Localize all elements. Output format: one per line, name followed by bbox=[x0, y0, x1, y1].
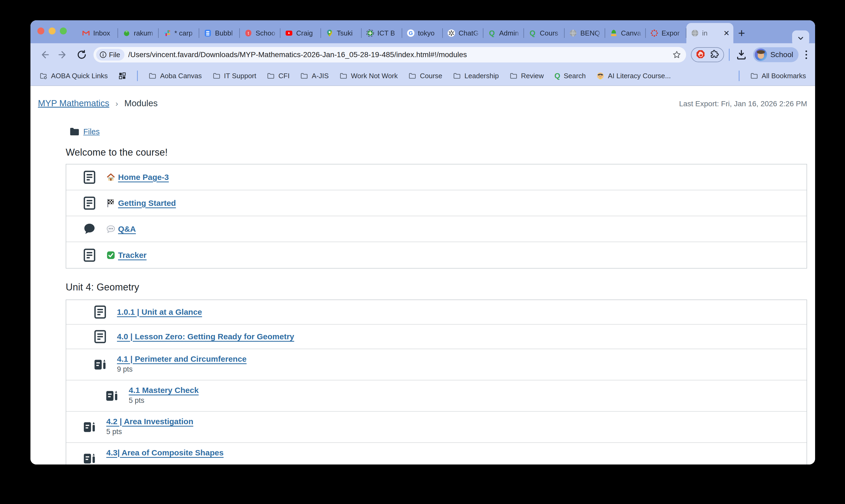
page-content: MYP Mathematics › Modules Last Export: F… bbox=[31, 86, 815, 465]
tab-bubble[interactable]: Bubbl bbox=[199, 23, 240, 43]
file-scheme-chip[interactable]: File bbox=[96, 49, 124, 60]
last-export-label: Last Export: Fri, Jan 16, 2026 2:26 PM bbox=[679, 100, 807, 108]
tab-carp[interactable]: * carp bbox=[159, 23, 199, 43]
bookmark-folder-leadership[interactable]: Leadership bbox=[453, 72, 499, 80]
bookmark-label: IT Support bbox=[224, 72, 257, 80]
maps-pin-icon bbox=[325, 29, 334, 37]
module-link[interactable]: Getting Started bbox=[106, 199, 176, 208]
bookmark-folder-it-support[interactable]: IT Support bbox=[213, 72, 257, 80]
module-item-tracker: Tracker bbox=[66, 242, 807, 268]
tab-admin[interactable]: Q Admin bbox=[483, 23, 524, 43]
assignment-icon bbox=[83, 420, 95, 434]
tab-inbox[interactable]: Inbox bbox=[77, 23, 118, 43]
bookmark-folder-ajis[interactable]: A-JIS bbox=[300, 72, 329, 80]
module-link-label: 4.1 | Perimeter and Circumference bbox=[117, 355, 247, 364]
rakumo-icon bbox=[122, 29, 131, 37]
module-link[interactable]: 4.0 | Lesson Zero: Getting Ready for Geo… bbox=[117, 332, 294, 341]
files-link[interactable]: Files bbox=[83, 127, 100, 136]
all-bookmarks-button[interactable]: All Bookmarks bbox=[750, 72, 806, 80]
chequered-flag-icon bbox=[106, 199, 116, 208]
tab-label: Craig bbox=[296, 29, 318, 37]
file-chip-label: File bbox=[109, 51, 120, 59]
module-link-label: Home Page-3 bbox=[118, 173, 169, 182]
tab-tokyo[interactable]: G tokyo bbox=[402, 23, 443, 43]
close-tab-icon[interactable]: ✕ bbox=[723, 29, 730, 38]
minimize-window-button[interactable] bbox=[49, 28, 55, 34]
browser-menu-button[interactable] bbox=[803, 51, 809, 59]
tab-tsukiji[interactable]: Tsuki bbox=[321, 23, 362, 43]
page-icon bbox=[83, 170, 95, 184]
module-link[interactable]: 4.1 | Perimeter and Circumference bbox=[117, 355, 247, 364]
youtube-icon bbox=[285, 29, 293, 37]
close-window-button[interactable] bbox=[37, 28, 44, 34]
module-link[interactable]: Home Page-3 bbox=[106, 173, 169, 182]
tab-label: Schoo bbox=[256, 29, 277, 37]
tab-rakumo[interactable]: rakum bbox=[118, 23, 159, 43]
extensions-puzzle-icon[interactable] bbox=[709, 49, 719, 60]
tab-canvas-aoba[interactable]: Canva bbox=[605, 23, 646, 43]
module-item-unit-glance: 1.0.1 | Unit at a Glance bbox=[66, 300, 807, 325]
bookmark-star-icon[interactable] bbox=[672, 50, 681, 59]
bookmark-label: Aoba Canvas bbox=[160, 72, 201, 80]
module-item-home-page: Home Page-3 bbox=[66, 164, 807, 190]
info-icon bbox=[99, 51, 107, 58]
browser-window: Inbox rakum * carp Bubbl t Schoo Craig bbox=[31, 20, 815, 465]
bookmarks-divider bbox=[137, 71, 138, 81]
bookmark-label: Course bbox=[420, 72, 442, 80]
bookmark-folder-review[interactable]: Review bbox=[510, 72, 544, 80]
bookmark-label: Work Not Work bbox=[351, 72, 398, 80]
bubble-icon bbox=[204, 29, 212, 37]
tab-index-active[interactable]: in ✕ bbox=[686, 23, 733, 43]
tab-chatgpt[interactable]: ChatG bbox=[443, 23, 483, 43]
extensions-pill bbox=[691, 47, 724, 62]
reload-button[interactable] bbox=[75, 48, 89, 62]
bookmark-folder-course[interactable]: Course bbox=[408, 72, 442, 80]
tab-export[interactable]: Expor bbox=[646, 23, 686, 43]
bookmark-label: A-JIS bbox=[312, 72, 329, 80]
address-bar[interactable]: File /Users/vincent.favard/Downloads/MYP… bbox=[93, 47, 686, 62]
breadcrumb-course-link[interactable]: MYP Mathematics bbox=[38, 98, 109, 108]
globe-icon bbox=[691, 29, 699, 37]
tab-ict[interactable]: ICT B bbox=[362, 23, 402, 43]
profile-chip[interactable]: School bbox=[753, 47, 798, 62]
profile-avatar bbox=[755, 49, 767, 61]
points-label: 5 pts bbox=[129, 396, 199, 405]
tab-course[interactable]: Q Cours bbox=[524, 23, 565, 43]
assignment-icon bbox=[94, 358, 106, 372]
module-link[interactable]: Q&A bbox=[106, 224, 136, 234]
apps-grid-icon[interactable] bbox=[118, 72, 126, 80]
adblock-icon[interactable] bbox=[696, 49, 705, 60]
bookmark-ai-literacy[interactable]: AI Literacy Course... bbox=[596, 72, 671, 80]
tab-label: BENQ bbox=[580, 29, 602, 37]
bookmark-folder-work-not-work[interactable]: Work Not Work bbox=[339, 72, 398, 80]
bookmark-label: All Bookmarks bbox=[762, 72, 806, 80]
new-tab-button[interactable]: + bbox=[733, 23, 750, 43]
module-link[interactable]: 4.1 Mastery Check bbox=[129, 386, 199, 395]
tab-benq[interactable]: BENQ bbox=[565, 23, 605, 43]
downloads-button[interactable] bbox=[735, 48, 748, 62]
zoom-window-button[interactable] bbox=[60, 28, 67, 34]
module-link[interactable]: Tracker bbox=[106, 251, 147, 260]
module-link-label: Q&A bbox=[118, 224, 136, 234]
browser-toolbar: File /Users/vincent.favard/Downloads/MYP… bbox=[31, 43, 815, 66]
module-link[interactable]: 4.3| Area of Composite Shapes bbox=[106, 448, 224, 457]
points-label: 9 pts bbox=[117, 365, 247, 374]
page-icon bbox=[83, 248, 95, 262]
bookmark-folder-aoba-canvas[interactable]: Aoba Canvas bbox=[148, 72, 201, 80]
module-link[interactable]: 4.2 | Area Investigation bbox=[106, 417, 193, 426]
tab-label: rakum bbox=[134, 29, 155, 37]
url-text[interactable]: /Users/vincent.favard/Downloads/MYP-Math… bbox=[128, 51, 668, 59]
bookmark-search[interactable]: Q Search bbox=[554, 72, 586, 80]
back-button[interactable] bbox=[37, 48, 51, 62]
aoba-icon bbox=[610, 29, 618, 37]
bookmark-folder-cfi[interactable]: CFI bbox=[267, 72, 289, 80]
tab-craig[interactable]: Craig bbox=[280, 23, 321, 43]
breadcrumb: MYP Mathematics › Modules Last Export: F… bbox=[38, 98, 807, 108]
discussion-icon bbox=[83, 222, 95, 236]
tab-label: in bbox=[702, 29, 720, 37]
tab-schoo[interactable]: t Schoo bbox=[240, 23, 280, 43]
bookmark-aoba-quick-links[interactable]: AOBA Quick Links bbox=[39, 72, 108, 80]
tab-label: Cours bbox=[540, 29, 561, 37]
module-link[interactable]: 1.0.1 | Unit at a Glance bbox=[117, 307, 202, 317]
forward-button[interactable] bbox=[56, 48, 70, 62]
